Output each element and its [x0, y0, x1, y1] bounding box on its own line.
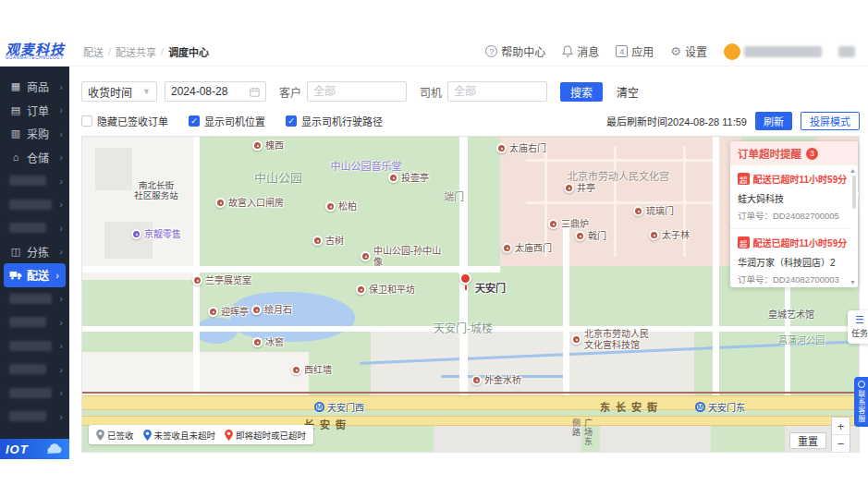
zoom-out-button[interactable]: −: [832, 435, 850, 453]
contact-support-tab[interactable]: 联系客服: [854, 377, 868, 427]
doc-icon: ▤: [9, 104, 22, 116]
sidebar-item-分拣[interactable]: ◫分拣›: [0, 240, 69, 264]
poi-marker-icon: [208, 307, 218, 317]
checkbox-unchecked-icon[interactable]: [81, 115, 92, 127]
help-center-button[interactable]: ? 帮助中心: [485, 43, 545, 59]
map-poi-迎晖亭[interactable]: 迎晖亭: [208, 307, 249, 318]
search-button[interactable]: 搜索: [560, 82, 603, 102]
sidebar-item-redacted[interactable]: ›: [0, 216, 69, 240]
map-poi-太庙西门[interactable]: 太庙西门: [502, 243, 552, 254]
customer-name: 蛙大妈科技: [738, 191, 849, 205]
apps-button[interactable]: 4 应用: [616, 43, 654, 59]
zoom-in-button[interactable]: +: [832, 418, 850, 435]
sidebar-item-redacted[interactable]: ›: [0, 334, 69, 358]
metro-station-天安门东[interactable]: M天安门东: [695, 400, 745, 414]
map-poi-琉璃门[interactable]: 琉璃门: [633, 206, 674, 217]
metro-station-天安门西[interactable]: M天安门西: [314, 400, 364, 414]
map-poi-北京市劳动人民文化宫科技馆[interactable]: 北京市劳动人民文化宫科技馆: [571, 329, 656, 350]
task-widget[interactable]: ☰ 任务: [848, 310, 868, 344]
sidebar-item-redacted[interactable]: ›: [0, 193, 69, 217]
driver-input[interactable]: [454, 85, 541, 98]
customer-field[interactable]: [307, 81, 407, 102]
sidebar-item-仓储[interactable]: ⌂仓储›: [0, 146, 69, 170]
map-landmark-天安门[interactable]: 天安门: [459, 273, 506, 295]
settings-button[interactable]: ⚙ 设置: [670, 43, 707, 59]
sidebar-item-订单[interactable]: ▤订单›: [0, 99, 69, 123]
sidebar-item-label: 配送: [27, 267, 55, 283]
map-poi-井亭[interactable]: 井亭: [564, 183, 595, 194]
map-urban-block: [600, 421, 711, 453]
checkbox-显示司机位置[interactable]: ✓显示司机位置: [189, 114, 265, 128]
breadcrumb-item[interactable]: 配送共享: [116, 44, 156, 59]
sidebar-item-redacted[interactable]: ›: [0, 405, 69, 429]
poi-marker-icon: [571, 334, 581, 345]
messages-button[interactable]: 消息: [562, 43, 599, 59]
redacted-label: [9, 411, 46, 421]
redacted-label: [9, 200, 52, 210]
map-poi-古树[interactable]: 古树: [312, 236, 344, 247]
map-poi-京靓零售[interactable]: 京靓零售: [131, 229, 181, 240]
breadcrumb: 配送 / 配送共享 / 调度中心: [83, 44, 209, 59]
map-poi-保卫和平坊[interactable]: 保卫和平坊: [356, 285, 415, 296]
sidebar-item-redacted[interactable]: ›: [0, 287, 69, 311]
metro-icon: M: [314, 402, 324, 412]
map-poi-太庙右门[interactable]: 太庙右门: [496, 143, 546, 154]
map-poi-中山公园-孙中山像[interactable]: 中山公园-孙中山像: [361, 246, 446, 267]
map-poi-投壶亭[interactable]: 投壶亭: [388, 173, 429, 184]
map-poi-槐西[interactable]: 槐西: [252, 140, 284, 152]
overdue-order-item[interactable]: 超配送已超时11小时59分华润万家（科技园店）2订单号：DD2408270000…: [730, 229, 850, 287]
map-poi-三鼎炉[interactable]: 三鼎炉: [548, 219, 589, 230]
sidebar-item-redacted[interactable]: ›: [0, 310, 69, 334]
panel-list[interactable]: ▲ 超配送已超时11小时59分蛙大妈科技订单号：DD24082700005超配送…: [730, 165, 858, 287]
map-poi-冰窖[interactable]: 冰窖: [252, 337, 284, 348]
sidebar-item-配送[interactable]: 配送›: [4, 263, 66, 287]
sidebar-item-redacted[interactable]: ›: [0, 169, 69, 193]
map-poi-故宫入口闸房[interactable]: 故宫入口闸房: [215, 198, 284, 209]
pin-icon: [96, 430, 104, 441]
customer-name: 华润万家（科技园店）2: [738, 255, 849, 269]
date-picker[interactable]: [165, 81, 266, 102]
sidebar-item-redacted[interactable]: ›: [0, 382, 69, 406]
overdue-order-item[interactable]: 超配送已超时11小时59分蛙大妈科技订单号：DD24082700005: [730, 165, 850, 229]
checkbox-隐藏已签收订单[interactable]: 隐藏已签收订单: [81, 114, 168, 128]
poi-label: 槐西: [265, 140, 284, 152]
sidebar-item-采购[interactable]: ▥采购›: [0, 122, 69, 146]
redacted-label: [9, 364, 46, 374]
customer-input[interactable]: [313, 85, 400, 98]
cast-mode-button[interactable]: 投屏模式: [801, 112, 860, 130]
date-input[interactable]: [171, 85, 241, 98]
checkbox-显示司机行驶路径[interactable]: ✓显示司机行驶路径: [286, 114, 383, 128]
map-reset-button[interactable]: 重置: [789, 432, 826, 449]
map-poi-绘月石[interactable]: 绘月石: [251, 305, 292, 316]
breadcrumb-item[interactable]: 配送: [83, 44, 104, 59]
map-poi-西红墙[interactable]: 西红墙: [291, 365, 332, 376]
driver-field[interactable]: [447, 81, 547, 102]
sidebar-item-iot[interactable]: IOT: [0, 439, 69, 459]
map-poi-松柏[interactable]: 松柏: [325, 201, 357, 212]
refresh-button[interactable]: 刷新: [755, 112, 792, 130]
map-poi-外金水桥[interactable]: 外金水桥: [471, 375, 521, 386]
map-poi-太子林[interactable]: 太子林: [649, 230, 690, 241]
calendar-icon: [250, 87, 260, 97]
redacted-label: [9, 294, 52, 304]
sidebar-item-商品[interactable]: ▦商品›: [0, 75, 69, 99]
poi-marker-icon: [356, 285, 366, 295]
poi-marker-icon: [548, 219, 558, 229]
scroll-up-icon[interactable]: ▲: [850, 167, 856, 174]
checkbox-checked-icon[interactable]: ✓: [189, 115, 200, 127]
user-account[interactable]: [724, 43, 822, 60]
poi-marker-icon: [252, 140, 263, 151]
map-poi-戟门[interactable]: 戟门: [575, 231, 606, 242]
sidebar-item-redacted[interactable]: ›: [0, 358, 69, 382]
headset-icon: [858, 381, 865, 388]
clear-button[interactable]: 清空: [617, 84, 639, 100]
time-type-select[interactable]: 收货时间 ▼: [81, 81, 157, 102]
checkbox-checked-icon[interactable]: ✓: [286, 115, 297, 127]
poi-marker-icon: [388, 173, 398, 183]
scrollbar-thumb[interactable]: [852, 176, 856, 209]
map-path: [526, 159, 720, 162]
poi-label: 保卫和平坊: [369, 285, 415, 296]
map-poi-兰亭展览室[interactable]: 兰亭展览室: [192, 275, 251, 286]
scroll-down-icon[interactable]: ▼: [850, 279, 856, 285]
redacted-label: [9, 317, 46, 327]
